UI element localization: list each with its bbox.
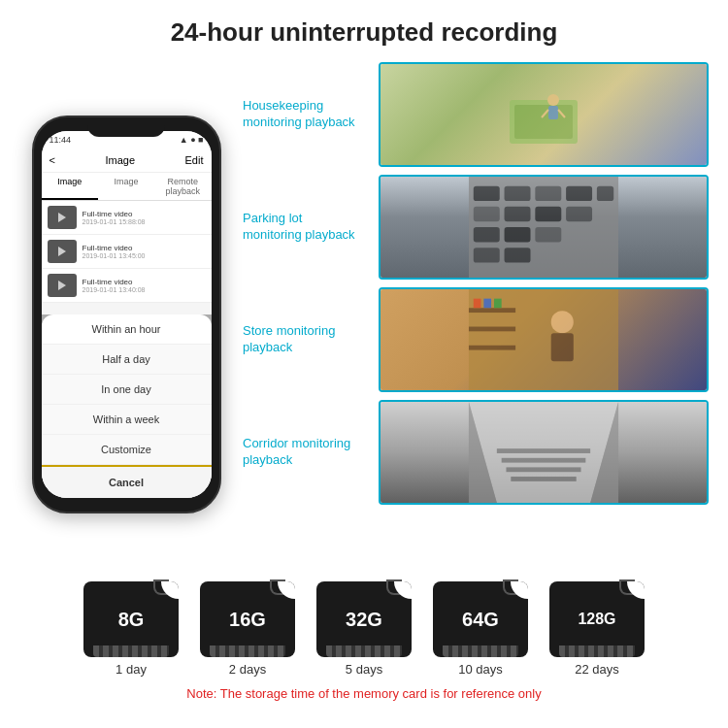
- sd-card-item-32g: 32G 5 days: [316, 581, 412, 677]
- item-time-3: 2019-01-01 13:40:08: [83, 286, 146, 293]
- monitoring-parking: Parking lotmonitoring playback: [243, 175, 709, 280]
- svg-rect-20: [505, 248, 531, 262]
- dropdown-half-day[interactable]: Half a day: [42, 345, 212, 375]
- monitoring-store: Store monitoringplayback: [243, 287, 709, 392]
- sd-connector: [326, 645, 402, 657]
- svg-point-2: [547, 94, 559, 106]
- svg-rect-3: [548, 106, 558, 119]
- phone-mockup: 11:44 ▲ ● ■ < Image Edit Image Image Rem…: [32, 116, 221, 513]
- sd-card-8g: 8G: [83, 581, 179, 657]
- dropdown-week[interactable]: Within a week: [42, 405, 212, 435]
- svg-rect-8: [505, 186, 531, 201]
- svg-rect-12: [474, 207, 500, 221]
- phone-icons: ▲ ● ■: [180, 135, 204, 145]
- item-time-2: 2019-01-01 13:45:00: [83, 252, 146, 259]
- sd-card-item-16g: 16G 2 days: [200, 581, 295, 677]
- svg-rect-22: [469, 308, 515, 313]
- svg-rect-11: [597, 186, 613, 201]
- list-item: Full-time video2019-01-01 13:45:00: [42, 235, 212, 269]
- phone-time: 11:44: [50, 135, 72, 145]
- svg-rect-24: [469, 346, 515, 350]
- svg-rect-10: [566, 186, 592, 201]
- sd-section: 8G 1 day 16G 2 days 32G 5 days: [0, 572, 728, 701]
- sd-card-32g: 32G: [316, 581, 412, 657]
- sd-notch: [394, 581, 412, 599]
- sd-notch: [627, 581, 645, 599]
- phone-notch: [87, 117, 165, 137]
- storage-note: Note: The storage time of the memory car…: [186, 686, 541, 701]
- svg-rect-17: [505, 227, 531, 242]
- svg-rect-16: [474, 227, 500, 242]
- sd-connector: [210, 645, 285, 657]
- phone-section: 11:44 ▲ ● ■ < Image Edit Image Image Rem…: [19, 57, 233, 572]
- sd-days-16g: 2 days: [229, 662, 266, 677]
- monitoring-section: Housekeepingmonitoring playback: [243, 57, 709, 572]
- video-thumb-3: [48, 274, 77, 297]
- tab-remote-playback[interactable]: Remote playback: [154, 173, 211, 200]
- svg-rect-1: [514, 105, 573, 139]
- svg-rect-27: [494, 299, 502, 309]
- item-label-2: Full-time video: [83, 244, 146, 252]
- svg-rect-23: [469, 327, 515, 332]
- phone-screen: 11:44 ▲ ● ■ < Image Edit Image Image Rem…: [42, 131, 212, 498]
- phone-edit[interactable]: Edit: [185, 154, 204, 166]
- sd-days-32g: 5 days: [346, 662, 382, 677]
- monitoring-label-housekeeping: Housekeepingmonitoring playback: [243, 98, 369, 131]
- sd-size-8g: 8G: [118, 609, 145, 631]
- svg-point-28: [551, 311, 574, 333]
- sd-card-item-64g: 64G 10 days: [433, 581, 528, 677]
- sd-size-16g: 16G: [229, 609, 266, 631]
- svg-rect-25: [474, 299, 481, 309]
- monitoring-image-housekeeping: [379, 62, 709, 167]
- sd-size-32g: 32G: [346, 609, 382, 631]
- svg-rect-19: [474, 248, 500, 262]
- svg-rect-18: [535, 227, 561, 242]
- monitoring-image-corridor: [379, 400, 709, 505]
- svg-rect-14: [535, 207, 561, 221]
- dropdown-customize[interactable]: Customize: [42, 435, 212, 465]
- dropdown-one-day[interactable]: In one day: [42, 375, 212, 405]
- sd-connector: [93, 645, 169, 657]
- page-header: 24-hour uninterrupted recording: [0, 0, 728, 57]
- phone-dropdown: Within an hour Half a day In one day Wit…: [42, 314, 212, 498]
- sd-connector: [443, 645, 518, 657]
- monitoring-image-store: [379, 287, 709, 392]
- page-title: 24-hour uninterrupted recording: [19, 17, 709, 48]
- item-label-3: Full-time video: [83, 278, 146, 286]
- monitoring-image-parking: [379, 175, 709, 280]
- item-label-1: Full-time video: [83, 210, 146, 218]
- sd-card-16g: 16G: [200, 581, 295, 657]
- sd-size-128g: 128G: [578, 611, 615, 628]
- sd-days-64g: 10 days: [458, 662, 503, 677]
- sd-card-item-8g: 8G 1 day: [83, 581, 179, 677]
- dropdown-within-hour[interactable]: Within an hour: [42, 314, 212, 345]
- sd-card-item-128g: 128G 22 days: [549, 581, 645, 677]
- list-item: Full-time video2019-01-01 15:88:08: [42, 201, 212, 235]
- svg-rect-29: [551, 333, 574, 361]
- video-thumb-2: [48, 240, 77, 263]
- sd-size-64g: 64G: [462, 609, 499, 631]
- svg-rect-13: [505, 207, 531, 221]
- monitoring-label-store: Store monitoringplayback: [243, 323, 369, 356]
- dropdown-menu: Within an hour Half a day In one day Wit…: [42, 314, 212, 498]
- sd-notch: [161, 581, 179, 599]
- sd-days-8g: 1 day: [116, 662, 147, 677]
- sd-connector: [559, 645, 635, 657]
- phone-list: Full-time video2019-01-01 15:88:08 Full-…: [42, 201, 212, 303]
- svg-rect-36: [506, 467, 580, 472]
- sd-notch: [511, 581, 528, 599]
- svg-rect-37: [511, 477, 576, 481]
- phone-back[interactable]: <: [50, 154, 55, 166]
- phone-nav-bar: < Image Edit: [42, 149, 212, 173]
- phone-tabs: Image Image Remote playback: [42, 173, 212, 201]
- svg-rect-35: [502, 458, 586, 463]
- dropdown-cancel[interactable]: Cancel: [42, 465, 212, 498]
- tab-image-2[interactable]: Image: [98, 173, 154, 200]
- monitoring-corridor: Corridor monitoringplayback: [243, 400, 709, 505]
- sd-cards-row: 8G 1 day 16G 2 days 32G 5 days: [83, 581, 645, 677]
- monitoring-housekeeping: Housekeepingmonitoring playback: [243, 62, 709, 167]
- phone-nav-title: Image: [105, 154, 135, 166]
- sd-notch: [278, 581, 295, 599]
- tab-image-1[interactable]: Image: [42, 173, 98, 200]
- monitoring-label-parking: Parking lotmonitoring playback: [243, 211, 369, 244]
